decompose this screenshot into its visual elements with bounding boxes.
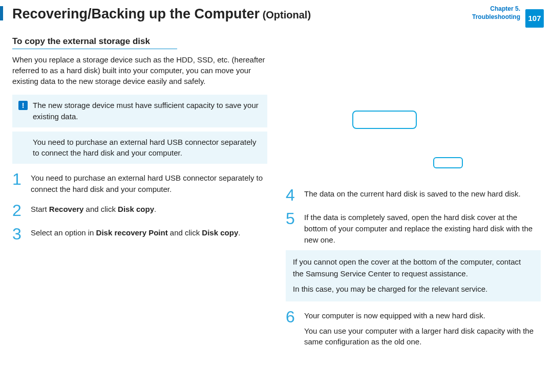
step-1: 1 You need to purchase an external hard … <box>12 171 267 195</box>
alert-icon: ! <box>18 101 28 110</box>
step-2: 2 Start Recovery and click Disk copy. <box>12 202 267 219</box>
chapter-line2: Troubleshooting <box>472 13 520 21</box>
step-body: The data on the current hard disk is sav… <box>304 187 521 203</box>
step-number: 6 <box>286 309 298 352</box>
step-body: Select an option in Disk recovery Point … <box>31 226 240 242</box>
step-number: 3 <box>12 226 25 242</box>
content-columns: To copy the external storage disk When y… <box>0 26 553 354</box>
step-6: 6 Your computer is now equipped with a n… <box>286 309 541 352</box>
step-body: Your computer is now equipped with a new… <box>304 309 541 352</box>
info-note-box: You need to purchase an external hard US… <box>12 132 267 164</box>
service-note-p1: If you cannot open the cover at the bott… <box>293 256 534 279</box>
step-4: 4 The data on the current hard disk is s… <box>286 187 541 203</box>
step-number: 2 <box>12 202 25 219</box>
alert-note-text: The new storage device must have suffici… <box>33 100 261 122</box>
chapter-block: Chapter 5. Troubleshooting 107 <box>472 5 541 21</box>
header-accent-bar <box>0 6 3 20</box>
step-3: 3 Select an option in Disk recovery Poin… <box>12 226 267 242</box>
highlight-box-upper <box>352 111 417 129</box>
info-note-text: You need to purchase an external hard US… <box>33 138 256 158</box>
highlight-box-lower <box>433 157 463 168</box>
chapter-line1: Chapter 5. <box>472 5 520 13</box>
left-column: To copy the external storage disk When y… <box>12 36 267 354</box>
step-number: 4 <box>286 187 298 203</box>
step-5: 5 If the data is completely saved, open … <box>286 210 541 245</box>
step-body: You need to purchase an external hard US… <box>31 171 267 195</box>
service-note-p2: In this case, you may be charged for the… <box>293 284 534 295</box>
page-header: Recovering/Backing up the Computer (Opti… <box>0 0 553 26</box>
illustration-area <box>286 26 541 180</box>
step-body: Start Recovery and click Disk copy. <box>31 202 156 219</box>
step-body: If the data is completely saved, open th… <box>304 210 541 245</box>
page-title: Recovering/Backing up the Computer (Opti… <box>12 6 541 22</box>
alert-note-box: ! The new storage device must have suffi… <box>12 95 267 127</box>
title-main: Recovering/Backing up the Computer <box>12 6 260 21</box>
page-number-badge: 107 <box>525 9 544 28</box>
service-note-box: If you cannot open the cover at the bott… <box>286 250 541 301</box>
intro-paragraph: When you replace a storage device such a… <box>12 54 267 86</box>
step-number: 5 <box>286 210 298 245</box>
right-column: 4 The data on the current hard disk is s… <box>286 36 541 354</box>
step-number: 1 <box>12 171 25 195</box>
subheading: To copy the external storage disk <box>12 36 267 47</box>
title-optional: (Optional) <box>260 9 311 20</box>
subheading-underline <box>12 49 177 49</box>
